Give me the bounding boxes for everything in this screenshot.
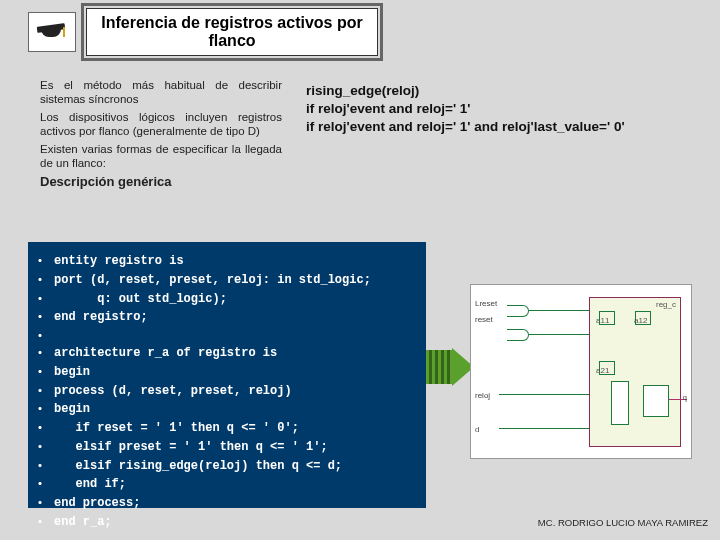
code-line: •end r_a;: [38, 513, 412, 532]
bullet-icon: •: [38, 344, 54, 361]
code-text: begin: [54, 364, 90, 382]
bullet-icon: •: [38, 290, 54, 307]
code-text: begin: [54, 401, 90, 419]
code-text: end r_a;: [54, 514, 112, 532]
code-text: end registro;: [54, 309, 148, 327]
bullet-icon: •: [38, 475, 54, 492]
code-text: q: out std_logic);: [54, 291, 227, 309]
bullet-icon: •: [38, 400, 54, 417]
pin-lreset: Lreset: [475, 299, 497, 308]
bullet-icon: •: [38, 382, 54, 399]
code-line: • if reset = ' 1' then q <= ' 0';: [38, 419, 412, 438]
intro-p2: Los dispositivos lógicos incluyen regist…: [40, 110, 282, 139]
vhdl-code-panel: •entity registro is•port (d, reset, pres…: [28, 242, 426, 508]
arrow-icon: [426, 350, 472, 384]
logo-graduation-cap: [28, 12, 76, 52]
rising-edge-examples: rising_edge(reloj) if reloj'event and re…: [306, 78, 625, 191]
schematic-diagram: Lreset reset reloj d reg_c a11 a12 a21 q: [470, 284, 692, 459]
code-line: •begin: [38, 400, 412, 419]
flipflop-block: [643, 385, 669, 417]
mux-block: [611, 381, 629, 425]
code-line: • elsif preset = ' 1' then q <= ' 1';: [38, 438, 412, 457]
edge-line-2: if reloj'event and reloj=' 1': [306, 100, 625, 118]
bullet-icon: •: [38, 457, 54, 474]
code-line: • elsif rising_edge(reloj) then q <= d;: [38, 457, 412, 476]
intro-subheading: Descripción genérica: [40, 174, 282, 190]
bullet-icon: •: [38, 327, 54, 344]
code-text: if reset = ' 1' then q <= ' 0';: [54, 420, 299, 438]
code-line: • end if;: [38, 475, 412, 494]
bullet-icon: •: [38, 271, 54, 288]
code-line: • q: out std_logic);: [38, 290, 412, 309]
edge-line-3: if reloj'event and reloj=' 1' and reloj'…: [306, 118, 625, 136]
code-text: elsif preset = ' 1' then q <= ' 1';: [54, 439, 328, 457]
bullet-icon: •: [38, 419, 54, 436]
code-text: architecture r_a of registro is: [54, 345, 277, 363]
and-gate-1: [507, 305, 529, 317]
code-text: end process;: [54, 495, 140, 513]
edge-line-1: rising_edge(reloj): [306, 82, 625, 100]
bullet-icon: •: [38, 438, 54, 455]
code-line: •: [38, 327, 412, 344]
code-line: •process (d, reset, preset, reloj): [38, 382, 412, 401]
block-name: reg_c: [656, 300, 676, 309]
bullet-icon: •: [38, 308, 54, 325]
pin-reloj: reloj: [475, 391, 490, 400]
code-text: end if;: [54, 476, 126, 494]
code-line: •begin: [38, 363, 412, 382]
pin-q: q: [683, 393, 687, 402]
inner-box-3: [599, 361, 615, 375]
bullet-icon: •: [38, 363, 54, 380]
inner-box-2: [635, 311, 651, 325]
code-line: •port (d, reset, preset, reloj: in std_l…: [38, 271, 412, 290]
code-text: process (d, reset, preset, reloj): [54, 383, 292, 401]
code-line: •end registro;: [38, 308, 412, 327]
and-gate-2: [507, 329, 529, 341]
code-line: •end process;: [38, 494, 412, 513]
bullet-icon: •: [38, 513, 54, 530]
pin-reset: reset: [475, 315, 493, 324]
code-list: •entity registro is•port (d, reset, pres…: [38, 252, 412, 532]
intro-p1: Es el método más habitual de describir s…: [40, 78, 282, 107]
author-credit: MC. RODRIGO LUCIO MAYA RAMIREZ: [538, 517, 708, 528]
bullet-icon: •: [38, 252, 54, 269]
inner-box-1: [599, 311, 615, 325]
page-title: Inferencia de registros activos por flan…: [86, 8, 378, 56]
code-text: port (d, reset, preset, reloj: in std_lo…: [54, 272, 371, 290]
code-text: elsif rising_edge(reloj) then q <= d;: [54, 458, 342, 476]
code-text: entity registro is: [54, 253, 184, 271]
intro-p3: Existen varias formas de especificar la …: [40, 142, 282, 171]
code-line: •architecture r_a of registro is: [38, 344, 412, 363]
code-line: •entity registro is: [38, 252, 412, 271]
intro-text: Es el método más habitual de describir s…: [40, 78, 282, 191]
bullet-icon: •: [38, 494, 54, 511]
pin-d: d: [475, 425, 479, 434]
